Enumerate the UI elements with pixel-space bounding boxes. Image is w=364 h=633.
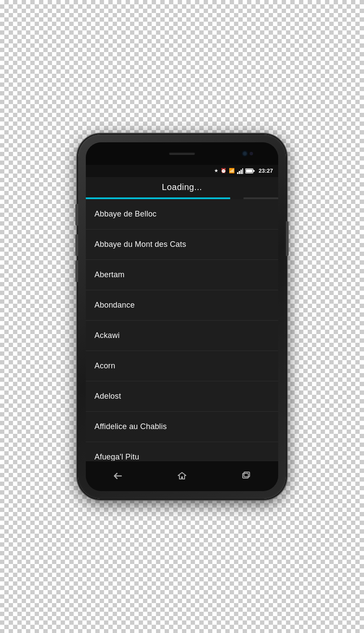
alarm-icon: ⏰ — [221, 168, 227, 174]
progress-bar-fill — [86, 197, 230, 199]
nav-bar — [86, 461, 278, 491]
speaker-grill — [169, 152, 195, 155]
recents-icon — [241, 471, 251, 481]
svg-rect-2 — [240, 170, 242, 174]
list-item-text: Afuega'l Pitu — [94, 453, 139, 461]
status-icons: ★ ⏰ 📶 — [214, 167, 273, 174]
svg-rect-3 — [242, 168, 243, 174]
list-item[interactable]: Afuega'l Pitu — [86, 442, 278, 461]
list-item-text: Abondance — [94, 301, 135, 310]
app-bar-title: Loading... — [93, 182, 271, 192]
battery-icon — [245, 168, 255, 174]
home-icon — [177, 471, 187, 481]
list-item[interactable]: Abbaye de Belloc — [86, 199, 278, 230]
list-item-text: Acorn — [94, 361, 115, 371]
wifi-icon: 📶 — [229, 168, 235, 174]
progress-bar-gap — [231, 197, 244, 199]
app-screen: ★ ⏰ 📶 — [86, 165, 278, 461]
list-item[interactable]: Abondance — [86, 290, 278, 321]
phone-device: ★ ⏰ 📶 — [78, 134, 286, 499]
phone-screen: ★ ⏰ 📶 — [86, 142, 278, 491]
bluetooth-icon: ★ — [214, 168, 218, 174]
svg-rect-1 — [239, 171, 240, 174]
app-bar: Loading... — [86, 177, 278, 197]
top-bezel — [86, 142, 278, 165]
list-item-acorn[interactable]: Acorn — [86, 351, 278, 381]
svg-rect-7 — [243, 473, 248, 478]
list-item-text: Adelost — [94, 392, 121, 401]
list-item-text: Abbaye du Mont des Cats — [94, 240, 186, 249]
list-item[interactable]: Abertam — [86, 260, 278, 290]
back-button[interactable] — [105, 467, 131, 485]
list-item[interactable]: Adelost — [86, 381, 278, 412]
svg-rect-5 — [253, 170, 254, 172]
svg-rect-8 — [244, 472, 250, 477]
svg-rect-6 — [246, 169, 252, 172]
list-item-text: Affidelice au Chablis — [94, 422, 167, 431]
progress-bar — [86, 197, 278, 199]
cheese-list: Abbaye de Belloc Abbaye du Mont des Cats… — [86, 199, 278, 461]
front-sensor — [250, 152, 253, 155]
list-item-text: Abertam — [94, 270, 124, 279]
list-item[interactable]: Affidelice au Chablis — [86, 412, 278, 442]
recents-button[interactable] — [233, 467, 259, 485]
front-camera — [243, 151, 247, 156]
list-item[interactable]: Abbaye du Mont des Cats — [86, 230, 278, 260]
back-icon — [113, 471, 123, 481]
signal-icon — [237, 168, 243, 174]
list-item-text: Abbaye de Belloc — [94, 210, 156, 219]
list-item-text: Ackawi — [94, 331, 120, 340]
status-time: 23:27 — [259, 167, 273, 174]
svg-rect-0 — [237, 172, 238, 174]
home-button[interactable] — [169, 467, 195, 485]
list-item[interactable]: Ackawi — [86, 321, 278, 351]
status-bar: ★ ⏰ 📶 — [86, 165, 278, 177]
